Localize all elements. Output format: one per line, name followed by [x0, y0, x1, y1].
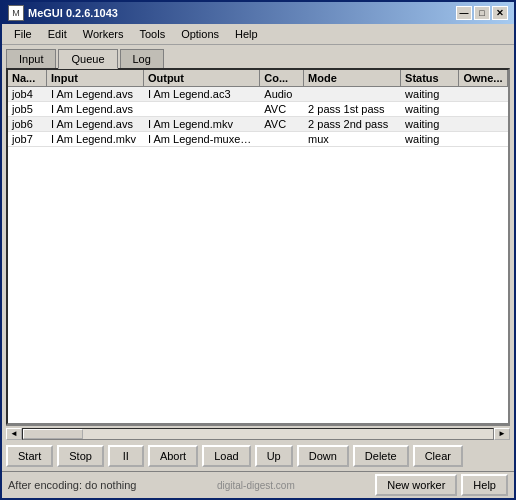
col-header-codec[interactable]: Co...	[260, 70, 304, 86]
tab-input[interactable]: Input	[6, 49, 56, 68]
title-bar: M MeGUI 0.2.6.1043 — □ ✕	[2, 2, 514, 24]
status-bar: After encoding: do nothing digital-diges…	[2, 471, 514, 498]
cell-name-2: job6	[8, 117, 47, 131]
menu-edit[interactable]: Edit	[40, 26, 75, 42]
watermark: digital-digest.com	[217, 480, 295, 491]
table-row[interactable]: job7 I Am Legend.mkv I Am Legend-muxed.m…	[8, 132, 508, 147]
pause-button[interactable]: II	[108, 445, 144, 467]
cell-name-1: job5	[8, 102, 47, 116]
table-row[interactable]: job4 I Am Legend.avs I Am Legend.ac3 Aud…	[8, 87, 508, 102]
cell-codec-3	[260, 132, 304, 146]
tab-log[interactable]: Log	[120, 49, 164, 68]
start-button[interactable]: Start	[6, 445, 53, 467]
status-text: After encoding: do nothing	[8, 479, 136, 491]
col-header-owner[interactable]: Owne...	[459, 70, 508, 86]
bottom-buttons: Start Stop II Abort Load Up Down Delete …	[2, 441, 514, 471]
cell-owner-0	[459, 87, 508, 101]
scroll-left-button[interactable]: ◄	[6, 428, 22, 440]
app-icon: M	[8, 5, 24, 21]
cell-owner-1	[459, 102, 508, 116]
maximize-button[interactable]: □	[474, 6, 490, 20]
cell-output-0: I Am Legend.ac3	[144, 87, 260, 101]
col-header-mode[interactable]: Mode	[304, 70, 401, 86]
tab-queue[interactable]: Queue	[58, 49, 117, 69]
new-worker-button[interactable]: New worker	[375, 474, 457, 496]
cell-mode-1: 2 pass 1st pass	[304, 102, 401, 116]
menu-tools[interactable]: Tools	[131, 26, 173, 42]
load-button[interactable]: Load	[202, 445, 250, 467]
cell-owner-2	[459, 117, 508, 131]
cell-output-3: I Am Legend-muxed.mkv	[144, 132, 260, 146]
cell-input-0: I Am Legend.avs	[47, 87, 144, 101]
menu-bar: File Edit Workers Tools Options Help	[2, 24, 514, 45]
abort-button[interactable]: Abort	[148, 445, 198, 467]
table-header: Na... Input Output Co... Mode Status Own…	[8, 70, 508, 87]
table-row[interactable]: job6 I Am Legend.avs I Am Legend.mkv AVC…	[8, 117, 508, 132]
cell-codec-2: AVC	[260, 117, 304, 131]
cell-status-2: waiting	[401, 117, 459, 131]
menu-file[interactable]: File	[6, 26, 40, 42]
cell-codec-0: Audio	[260, 87, 304, 101]
help-button[interactable]: Help	[461, 474, 508, 496]
status-right-buttons: New worker Help	[375, 474, 508, 496]
cell-name-3: job7	[8, 132, 47, 146]
cell-name-0: job4	[8, 87, 47, 101]
cell-output-1	[144, 102, 260, 116]
title-bar-left: M MeGUI 0.2.6.1043	[8, 5, 118, 21]
delete-button[interactable]: Delete	[353, 445, 409, 467]
window-title: MeGUI 0.2.6.1043	[28, 7, 118, 19]
table-body: job4 I Am Legend.avs I Am Legend.ac3 Aud…	[8, 87, 508, 423]
cell-mode-3: mux	[304, 132, 401, 146]
scroll-right-button[interactable]: ►	[494, 428, 510, 440]
cell-input-2: I Am Legend.avs	[47, 117, 144, 131]
col-header-input[interactable]: Input	[47, 70, 144, 86]
clear-button[interactable]: Clear	[413, 445, 463, 467]
tabs-bar: Input Queue Log	[2, 45, 514, 68]
cell-codec-1: AVC	[260, 102, 304, 116]
menu-options[interactable]: Options	[173, 26, 227, 42]
cell-status-3: waiting	[401, 132, 459, 146]
cell-status-1: waiting	[401, 102, 459, 116]
table-row[interactable]: job5 I Am Legend.avs AVC 2 pass 1st pass…	[8, 102, 508, 117]
main-window: M MeGUI 0.2.6.1043 — □ ✕ File Edit Worke…	[0, 0, 516, 500]
menu-help[interactable]: Help	[227, 26, 266, 42]
h-scrollbar[interactable]	[22, 428, 494, 440]
col-header-status[interactable]: Status	[401, 70, 459, 86]
stop-button[interactable]: Stop	[57, 445, 104, 467]
title-buttons: — □ ✕	[456, 6, 508, 20]
minimize-button[interactable]: —	[456, 6, 472, 20]
queue-table: Na... Input Output Co... Mode Status Own…	[6, 68, 510, 425]
cell-status-0: waiting	[401, 87, 459, 101]
cell-input-3: I Am Legend.mkv	[47, 132, 144, 146]
cell-mode-0	[304, 87, 401, 101]
h-scrollbar-area: ◄ ►	[6, 425, 510, 441]
col-header-output[interactable]: Output	[144, 70, 260, 86]
cell-mode-2: 2 pass 2nd pass	[304, 117, 401, 131]
menu-workers[interactable]: Workers	[75, 26, 132, 42]
up-button[interactable]: Up	[255, 445, 293, 467]
close-button[interactable]: ✕	[492, 6, 508, 20]
col-header-name[interactable]: Na...	[8, 70, 47, 86]
cell-owner-3	[459, 132, 508, 146]
cell-output-2: I Am Legend.mkv	[144, 117, 260, 131]
h-scrollbar-thumb[interactable]	[23, 429, 83, 439]
cell-input-1: I Am Legend.avs	[47, 102, 144, 116]
down-button[interactable]: Down	[297, 445, 349, 467]
